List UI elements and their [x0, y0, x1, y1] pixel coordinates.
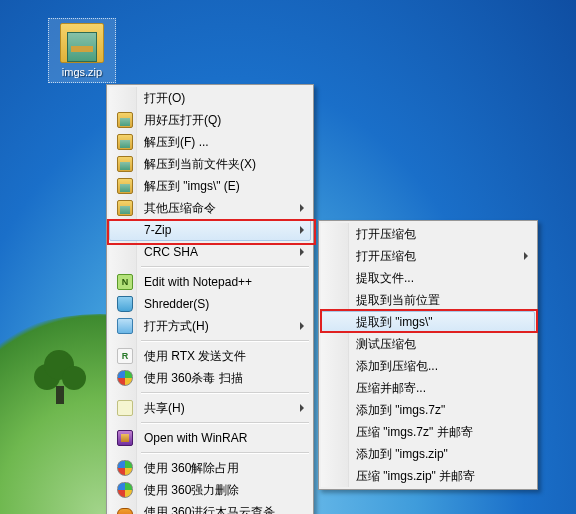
menu-label: 提取到 "imgs\"	[356, 314, 433, 331]
submenu-extract-here[interactable]: 提取到当前位置	[321, 289, 535, 311]
menu-other-compress[interactable]: 其他压缩命令	[109, 197, 311, 219]
archive-icon	[117, 200, 133, 216]
menu-label: 压缩 "imgs.7z" 并邮寄	[356, 424, 473, 441]
menu-label: 打开(O)	[144, 90, 185, 107]
submenu-arrow-icon	[524, 252, 528, 260]
menu-label: 测试压缩包	[356, 336, 416, 353]
submenu-open-archive[interactable]: 打开压缩包	[321, 223, 535, 245]
menu-360-unlock[interactable]: 使用 360解除占用	[109, 457, 311, 479]
menu-label: 打开压缩包	[356, 226, 416, 243]
menu-360-delete[interactable]: 使用 360强力删除	[109, 479, 311, 501]
archive-icon	[117, 178, 133, 194]
menu-label: 用好压打开(Q)	[144, 112, 221, 129]
menu-label: 解压到 "imgs\" (E)	[144, 178, 240, 195]
menu-label: 添加到 "imgs.7z"	[356, 402, 445, 419]
menu-share[interactable]: 共享(H)	[109, 397, 311, 419]
menu-open-winrar[interactable]: Open with WinRAR	[109, 427, 311, 449]
menu-label: 使用 360强力删除	[144, 482, 239, 499]
submenu-compress-zip-mail[interactable]: 压缩 "imgs.zip" 并邮寄	[321, 465, 535, 487]
cloud-scan-icon	[117, 508, 133, 514]
submenu-add-zip[interactable]: 添加到 "imgs.zip"	[321, 443, 535, 465]
submenu-arrow-icon	[300, 226, 304, 234]
menu-crc-sha[interactable]: CRC SHA	[109, 241, 311, 263]
open-with-icon	[117, 318, 133, 334]
notepadpp-icon	[117, 274, 133, 290]
shield-icon	[117, 460, 133, 476]
menu-label: 共享(H)	[144, 400, 185, 417]
submenu-extract-named[interactable]: 提取到 "imgs\"	[321, 311, 535, 333]
menu-shredder[interactable]: Shredder(S)	[109, 293, 311, 315]
share-icon	[117, 400, 133, 416]
menu-label: 7-Zip	[144, 223, 171, 237]
menu-separator	[141, 340, 309, 342]
menu-extract-here[interactable]: 解压到当前文件夹(X)	[109, 153, 311, 175]
desktop-icon-label: imgs.zip	[51, 66, 113, 78]
menu-label: 添加到压缩包...	[356, 358, 438, 375]
menu-label: Edit with Notepad++	[144, 275, 252, 289]
submenu-open-archive-sub[interactable]: 打开压缩包	[321, 245, 535, 267]
submenu-arrow-icon	[300, 248, 304, 256]
menu-label: 使用 360杀毒 扫描	[144, 370, 243, 387]
menu-separator	[141, 452, 309, 454]
menu-label: 其他压缩命令	[144, 200, 216, 217]
wallpaper-tree	[30, 344, 90, 404]
archive-icon	[117, 156, 133, 172]
submenu-extract-files[interactable]: 提取文件...	[321, 267, 535, 289]
menu-extract-named[interactable]: 解压到 "imgs\" (E)	[109, 175, 311, 197]
menu-extract-to[interactable]: 解压到(F) ...	[109, 131, 311, 153]
submenu-add-archive[interactable]: 添加到压缩包...	[321, 355, 535, 377]
submenu-arrow-icon	[300, 322, 304, 330]
submenu-add-7z[interactable]: 添加到 "imgs.7z"	[321, 399, 535, 421]
menu-label: Open with WinRAR	[144, 431, 247, 445]
menu-360-scan[interactable]: 使用 360杀毒 扫描	[109, 367, 311, 389]
rtx-icon	[117, 348, 133, 364]
menu-label: 解压到当前文件夹(X)	[144, 156, 256, 173]
shield-icon	[117, 370, 133, 386]
menu-label: 打开压缩包	[356, 248, 416, 265]
archive-icon	[60, 23, 104, 63]
menu-label: 提取文件...	[356, 270, 414, 287]
submenu-test-archive[interactable]: 测试压缩包	[321, 333, 535, 355]
submenu-arrow-icon	[300, 404, 304, 412]
menu-open[interactable]: 打开(O)	[109, 87, 311, 109]
context-submenu-7zip: 打开压缩包 打开压缩包 提取文件... 提取到当前位置 提取到 "imgs\" …	[318, 220, 538, 490]
menu-label: 压缩并邮寄...	[356, 380, 426, 397]
menu-label: 压缩 "imgs.zip" 并邮寄	[356, 468, 475, 485]
archive-icon	[117, 112, 133, 128]
menu-360-trojan-scan[interactable]: 使用 360进行木马云查杀	[109, 501, 311, 514]
menu-label: 添加到 "imgs.zip"	[356, 446, 448, 463]
menu-label: 提取到当前位置	[356, 292, 440, 309]
submenu-compress-7z-mail[interactable]: 压缩 "imgs.7z" 并邮寄	[321, 421, 535, 443]
menu-open-with[interactable]: 打开方式(H)	[109, 315, 311, 337]
menu-separator	[141, 266, 309, 268]
shredder-icon	[117, 296, 133, 312]
archive-icon	[117, 134, 133, 150]
menu-open-haozip[interactable]: 用好压打开(Q)	[109, 109, 311, 131]
menu-label: Shredder(S)	[144, 297, 209, 311]
submenu-arrow-icon	[300, 204, 304, 212]
menu-separator	[141, 392, 309, 394]
menu-label: 使用 RTX 发送文件	[144, 348, 246, 365]
winrar-icon	[117, 430, 133, 446]
desktop-icon-imgs-zip[interactable]: imgs.zip	[48, 18, 116, 83]
menu-label: CRC SHA	[144, 245, 198, 259]
menu-label: 使用 360解除占用	[144, 460, 239, 477]
menu-label: 解压到(F) ...	[144, 134, 209, 151]
menu-edit-notepadpp[interactable]: Edit with Notepad++	[109, 271, 311, 293]
menu-rtx-send[interactable]: 使用 RTX 发送文件	[109, 345, 311, 367]
menu-label: 打开方式(H)	[144, 318, 209, 335]
submenu-compress-mail[interactable]: 压缩并邮寄...	[321, 377, 535, 399]
menu-separator	[141, 422, 309, 424]
menu-label: 使用 360进行木马云查杀	[144, 504, 275, 515]
menu-7zip[interactable]: 7-Zip	[109, 219, 311, 241]
shield-icon	[117, 482, 133, 498]
context-menu: 打开(O) 用好压打开(Q) 解压到(F) ... 解压到当前文件夹(X) 解压…	[106, 84, 314, 514]
